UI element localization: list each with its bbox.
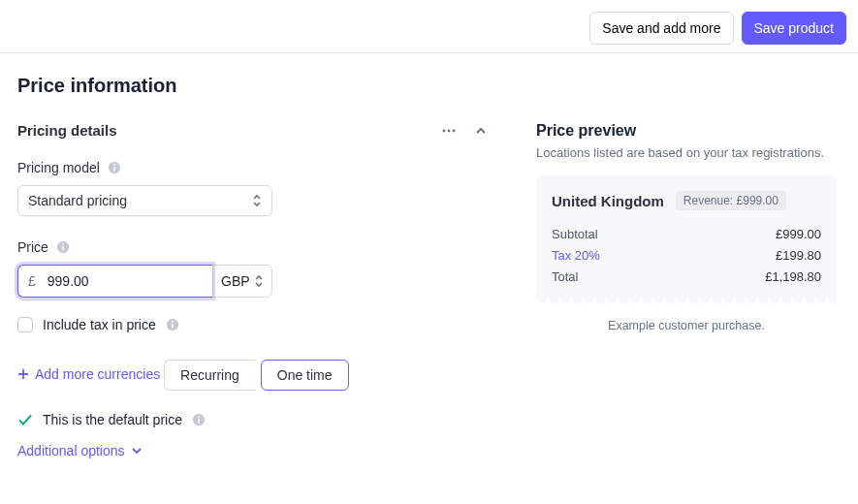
save-product-button[interactable]: Save product <box>742 12 847 45</box>
subtotal-value: £999.00 <box>776 224 821 245</box>
plus-icon <box>17 368 29 380</box>
price-preview-subtitle: Locations listed are based on your tax r… <box>536 145 837 160</box>
check-icon <box>17 412 33 427</box>
svg-rect-4 <box>113 167 114 171</box>
add-more-currencies-label: Add more currencies <box>35 366 160 382</box>
more-icon[interactable] <box>441 123 457 139</box>
save-and-add-more-button[interactable]: Save and add more <box>589 12 733 45</box>
svg-point-0 <box>443 129 446 132</box>
collapse-icon[interactable] <box>474 124 488 138</box>
currency-symbol: £ <box>28 273 36 289</box>
pricing-details-title: Pricing details <box>17 122 117 139</box>
preview-caption: Example customer purchase. <box>536 319 837 332</box>
currency-code: GBP <box>221 273 250 289</box>
preview-location: United Kingdom <box>552 193 664 209</box>
total-value: £1,198.80 <box>765 267 821 288</box>
price-preview-card: United Kingdom Revenue: £999.00 Subtotal… <box>536 175 837 305</box>
svg-rect-10 <box>172 324 173 328</box>
revenue-badge: Revenue: £999.00 <box>676 191 786 210</box>
toggle-one-time[interactable]: One time <box>261 360 349 391</box>
chevron-updown-icon <box>252 194 262 207</box>
svg-point-2 <box>453 129 456 132</box>
svg-point-1 <box>448 129 451 132</box>
tax-value: £199.80 <box>776 245 821 267</box>
info-icon <box>192 413 206 426</box>
add-more-currencies-link[interactable]: Add more currencies <box>17 366 160 382</box>
pricing-model-label: Pricing model <box>17 160 100 175</box>
svg-point-16 <box>198 416 200 418</box>
price-preview-title: Price preview <box>536 122 837 140</box>
subtotal-label: Subtotal <box>552 224 598 245</box>
info-icon <box>56 240 70 254</box>
tax-label[interactable]: Tax 20% <box>552 245 600 267</box>
additional-options-label: Additional options <box>17 443 125 458</box>
include-tax-label: Include tax in price <box>43 317 156 332</box>
page-title: Price information <box>17 75 837 97</box>
svg-rect-7 <box>62 246 63 250</box>
billing-type-toggle: Recurring One time <box>164 360 349 391</box>
default-price-text: This is the default price <box>43 412 182 427</box>
price-input-wrap[interactable]: £ <box>17 265 212 298</box>
svg-point-5 <box>113 164 115 166</box>
include-tax-checkbox[interactable] <box>17 317 33 332</box>
info-icon <box>108 161 121 174</box>
chevron-down-icon <box>131 445 143 457</box>
price-label: Price <box>17 239 48 255</box>
toggle-recurring[interactable]: Recurring <box>164 360 255 391</box>
currency-select[interactable]: GBP <box>212 265 272 298</box>
svg-rect-15 <box>198 419 199 423</box>
pricing-model-select[interactable]: Standard pricing <box>17 185 272 216</box>
info-icon <box>166 318 179 331</box>
chevron-updown-icon <box>254 274 264 288</box>
total-label: Total <box>552 267 578 288</box>
pricing-model-value: Standard pricing <box>28 193 127 208</box>
svg-point-8 <box>62 243 64 245</box>
svg-point-11 <box>172 321 174 323</box>
additional-options-toggle[interactable]: Additional options <box>17 443 143 458</box>
price-input[interactable] <box>46 272 203 290</box>
